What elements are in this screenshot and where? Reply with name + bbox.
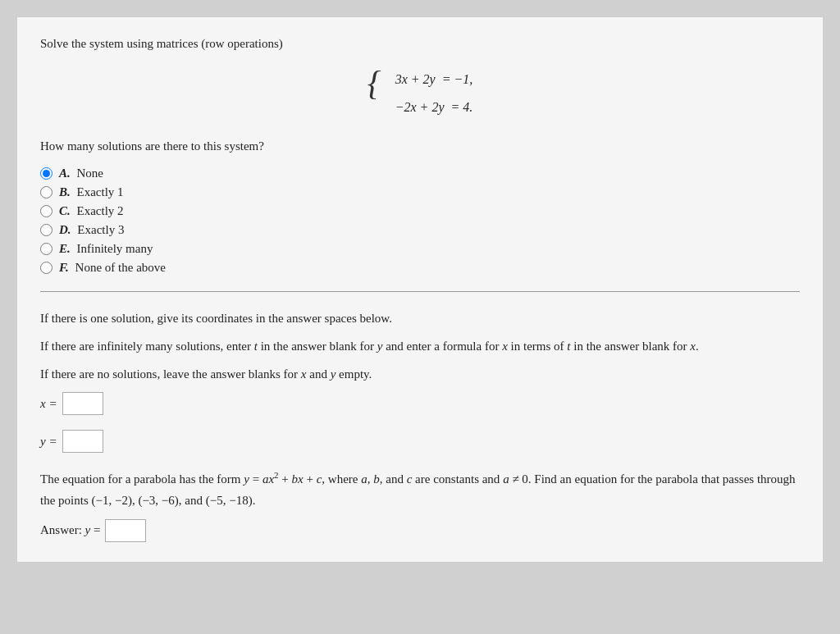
y-label: y = (40, 435, 57, 449)
main-card: Solve the system using matrices (row ope… (16, 16, 824, 563)
options-list: A. None B. Exactly 1 C. Exactly 2 D. Exa… (40, 166, 800, 275)
brace-symbol: { (368, 66, 381, 100)
parabola-text: The equation for a parabola has the form… (40, 468, 800, 511)
option-b[interactable]: B. Exactly 1 (40, 185, 800, 199)
radio-a[interactable] (40, 167, 52, 180)
divider (40, 291, 800, 292)
parabola-answer-input[interactable] (105, 519, 146, 542)
option-f-label[interactable]: F. None of the above (59, 261, 166, 275)
instruction-2: If there are infinitely many solutions, … (40, 336, 800, 356)
option-e[interactable]: E. Infinitely many (40, 242, 800, 256)
equation-system: { 3x + 2y = −1, −2x + 2y = 4. (368, 66, 473, 121)
radio-e[interactable] (40, 243, 52, 255)
option-e-label[interactable]: E. Infinitely many (59, 242, 153, 256)
answer-row: Answer: y = (40, 519, 800, 542)
instruction-1: If there is one solution, give its coord… (40, 308, 800, 328)
option-a[interactable]: A. None (40, 166, 800, 180)
radio-d[interactable] (40, 224, 52, 236)
instruction-3: If there are no solutions, leave the ans… (40, 364, 800, 384)
parabola-section: The equation for a parabola has the form… (40, 468, 800, 542)
equation-block: { 3x + 2y = −1, −2x + 2y = 4. (40, 66, 800, 121)
radio-c[interactable] (40, 205, 52, 217)
option-c-label[interactable]: C. Exactly 2 (59, 204, 124, 218)
radio-f[interactable] (40, 262, 52, 274)
radio-b[interactable] (40, 186, 52, 198)
x-input-row: x = (40, 392, 800, 415)
y-input-row: y = (40, 430, 800, 453)
option-d[interactable]: D. Exactly 3 (40, 223, 800, 237)
problem-title: Solve the system using matrices (row ope… (40, 37, 800, 51)
answer-label: Answer: y = (40, 520, 100, 541)
option-f[interactable]: F. None of the above (40, 261, 800, 275)
y-input[interactable] (62, 430, 103, 453)
option-b-label[interactable]: B. Exactly 1 (59, 185, 124, 199)
option-d-label[interactable]: D. Exactly 3 (59, 223, 124, 237)
equation-line2: −2x + 2y = 4. (395, 94, 473, 121)
x-label: x = (40, 397, 57, 411)
option-c[interactable]: C. Exactly 2 (40, 204, 800, 218)
equation-line1: 3x + 2y = −1, (395, 66, 473, 94)
question-text: How many solutions are there to this sys… (40, 139, 800, 153)
x-input[interactable] (62, 392, 103, 415)
option-a-label[interactable]: A. None (59, 166, 103, 180)
